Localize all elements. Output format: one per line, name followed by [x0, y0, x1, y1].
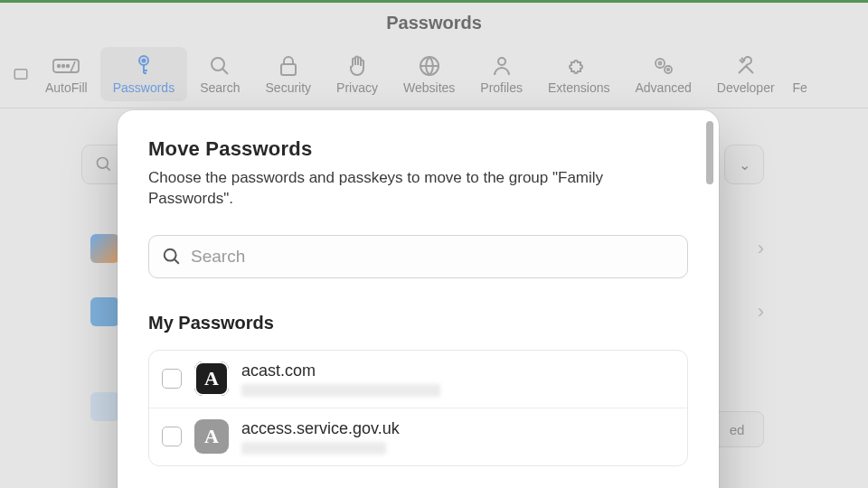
modal-title: Move Passwords	[148, 137, 688, 161]
bg-dropdown[interactable]: ⌄	[724, 145, 764, 184]
toolbar-item-search[interactable]: Search	[187, 47, 252, 101]
modal-subtitle: Choose the passwords and passkeys to mov…	[148, 168, 637, 210]
toolbar-item-security[interactable]: Security	[253, 47, 325, 101]
chevron-right-icon: ›	[758, 237, 764, 260]
toolbar-label: Passwords	[113, 80, 175, 95]
autofill-icon	[52, 53, 80, 79]
toolbar-label: Fe	[792, 80, 807, 95]
search-icon	[95, 155, 113, 174]
toolbar-item-extensions[interactable]: Extensions	[535, 47, 622, 101]
svg-point-7	[212, 58, 224, 70]
row-checkbox[interactable]	[162, 427, 182, 446]
hand-icon	[347, 53, 367, 79]
window-top-accent	[0, 0, 868, 3]
svg-point-6	[142, 59, 145, 61]
password-row[interactable]: A acast.com	[149, 351, 687, 408]
modal-search-input[interactable]	[191, 247, 675, 267]
gears-icon	[652, 53, 675, 79]
chevron-right-icon: ›	[758, 300, 764, 324]
toolbar-item-privacy[interactable]: Privacy	[324, 47, 391, 101]
toolbar-item-cutoff-right[interactable]: Fe	[788, 47, 813, 101]
toolbar-label: Extensions	[548, 80, 609, 95]
password-row[interactable]: A access.service.gov.uk	[149, 408, 687, 465]
search-icon	[162, 247, 182, 267]
toolbar-item-cutoff-left[interactable]	[9, 47, 33, 101]
svg-point-2	[58, 65, 61, 68]
bg-pill-text: ed	[730, 422, 745, 437]
toolbar-item-websites[interactable]: Websites	[391, 47, 467, 101]
chevron-down-icon: ⌄	[739, 156, 750, 174]
site-username-redacted	[241, 442, 386, 455]
person-icon	[491, 53, 513, 79]
toolbar-label: Websites	[403, 80, 455, 95]
toolbar-label: Developer	[717, 80, 775, 95]
page-title: Passwords	[0, 13, 868, 33]
toolbar-label: Advanced	[636, 80, 692, 95]
toolbar-label: Privacy	[336, 80, 378, 95]
site-name: acast.com	[241, 361, 440, 380]
key-icon	[133, 53, 155, 79]
svg-rect-8	[281, 64, 296, 75]
toolbar-label: Security	[266, 80, 312, 95]
toolbar-item-advanced[interactable]: Advanced	[623, 47, 704, 101]
preferences-toolbar: AutoFill Passwords Search Security Priva…	[0, 41, 868, 108]
modal-section-title: My Passwords	[148, 313, 688, 333]
scrollbar-thumb[interactable]	[706, 121, 713, 184]
svg-point-12	[658, 62, 661, 65]
toolbar-item-passwords[interactable]: Passwords	[100, 47, 187, 101]
toolbar-item-profiles[interactable]: Profiles	[467, 47, 535, 101]
password-list: A acast.com A access.service.gov.uk	[148, 350, 688, 466]
toolbar-label: Profiles	[480, 80, 523, 95]
site-favicon: A	[194, 361, 229, 396]
bg-row-icon	[90, 234, 119, 263]
site-name: access.service.gov.uk	[241, 419, 400, 438]
svg-rect-0	[14, 70, 27, 80]
globe-icon	[419, 53, 440, 79]
toolbar-label: AutoFill	[45, 80, 88, 95]
lock-icon	[278, 53, 298, 79]
svg-point-3	[62, 65, 65, 68]
search-icon	[209, 53, 231, 79]
svg-point-11	[656, 59, 665, 68]
move-passwords-modal: Move Passwords Choose the passwords and …	[118, 110, 719, 488]
site-username-redacted	[241, 384, 440, 397]
site-favicon: A	[194, 419, 229, 454]
puzzle-icon	[568, 53, 590, 79]
svg-point-14	[666, 69, 668, 70]
bg-row-icon	[90, 297, 119, 326]
generic-icon	[13, 61, 29, 87]
svg-point-15	[98, 158, 108, 169]
row-checkbox[interactable]	[162, 369, 182, 389]
bg-row-icon	[90, 392, 119, 421]
toolbar-item-autofill[interactable]: AutoFill	[33, 47, 100, 101]
toolbar-label: Search	[200, 80, 240, 95]
tools-icon	[735, 53, 757, 79]
modal-search-field[interactable]	[148, 235, 688, 278]
svg-point-10	[498, 58, 505, 65]
svg-point-16	[165, 249, 176, 261]
toolbar-item-developer[interactable]: Developer	[704, 47, 788, 101]
svg-point-4	[67, 65, 70, 68]
svg-point-13	[665, 66, 672, 73]
